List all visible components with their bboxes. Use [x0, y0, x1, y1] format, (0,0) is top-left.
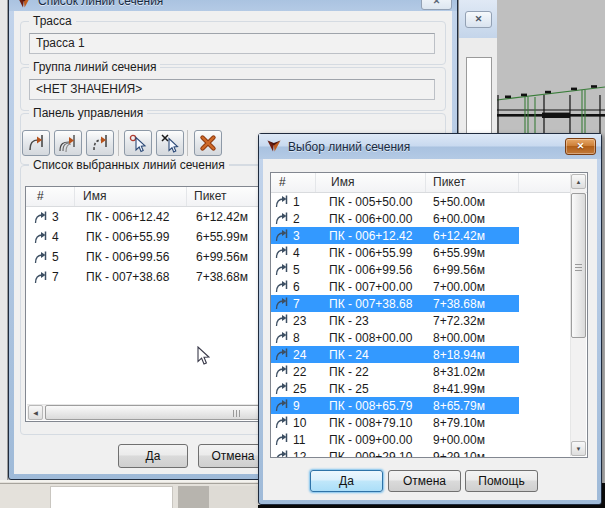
- column-header-num[interactable]: #: [271, 173, 316, 192]
- list-item[interactable]: 7ПК - 007+38.687+38.68м: [271, 295, 570, 312]
- column-header-piket[interactable]: Пикет: [426, 173, 519, 192]
- toolbar-button-select-with-cursor[interactable]: [124, 130, 152, 156]
- column-header-num[interactable]: #: [26, 187, 75, 206]
- row-name: ПК - 22: [325, 365, 433, 379]
- row-name: ПК - 007+00.00: [325, 280, 433, 294]
- list-item[interactable]: 24ПК - 248+18.94м: [271, 346, 570, 363]
- list-item[interactable]: 22ПК - 228+31.02м: [271, 363, 570, 380]
- list-item[interactable]: 25ПК - 258+41.99м: [271, 380, 570, 397]
- row-name: ПК - 25: [325, 382, 433, 396]
- column-header-name[interactable]: Имя: [75, 187, 187, 206]
- close-icon[interactable]: ✕: [465, 11, 492, 28]
- row-piket: 7+38.68м: [433, 297, 519, 311]
- section-line-icon: [275, 280, 289, 293]
- row-name: ПК - 006+99.56: [325, 263, 433, 277]
- row-piket: 6+12.42м: [433, 229, 519, 243]
- list-item[interactable]: 9ПК - 008+65.798+65.79м: [271, 397, 570, 414]
- row-piket: 8+00.00м: [433, 331, 519, 345]
- list-item[interactable]: 1ПК - 005+50.005+50.00м: [271, 193, 570, 210]
- list-item[interactable]: 10ПК - 008+79.108+79.10м: [271, 414, 570, 431]
- row-name: ПК - 006+12.42: [78, 210, 188, 224]
- list-item[interactable]: 3ПК - 006+12.426+12.42м: [271, 227, 570, 244]
- row-piket: 8+31.02м: [433, 365, 519, 379]
- select-with-cursor-icon: [128, 133, 148, 153]
- toolbar-button-section-line-multiple[interactable]: [54, 130, 82, 156]
- section-line-multiple-icon: [58, 133, 78, 153]
- section-line-icon: [275, 229, 289, 242]
- scroll-up-icon[interactable]: ▲: [571, 174, 586, 189]
- row-piket: 7+72.32м: [433, 314, 519, 328]
- row-name: ПК - 23: [325, 314, 433, 328]
- toolbar-button-section-line-single[interactable]: [22, 130, 50, 156]
- trassa-field[interactable]: Трасса 1: [29, 33, 435, 54]
- row-name: ПК - 006+55.99: [325, 246, 433, 260]
- list-item[interactable]: 2ПК - 006+00.006+00.00м: [271, 210, 570, 227]
- row-piket: 8+65.79м: [433, 399, 519, 413]
- row-name: ПК - 006+55.99: [78, 230, 188, 244]
- control-panel-label: Панель управления: [29, 106, 147, 120]
- command-area-block: [209, 486, 258, 508]
- scroll-down-icon[interactable]: ▼: [571, 441, 586, 456]
- row-piket: 6+00.00м: [433, 212, 519, 226]
- section-line-icon: [275, 399, 289, 412]
- list-item[interactable]: 5ПК - 006+99.566+99.56м: [271, 261, 570, 278]
- row-number: 23: [289, 314, 325, 328]
- section-line-icon: [34, 231, 48, 244]
- column-header-name[interactable]: Имя: [316, 173, 426, 192]
- dialog2-body: # Имя Пикет 1ПК - 005+50.005+50.00м2ПК -…: [263, 159, 597, 500]
- section-line-icon: [275, 246, 289, 259]
- trassa-group-label: Трасса: [29, 14, 76, 28]
- section-line-icon: [34, 251, 48, 264]
- section-group-label: Группа линий сечения: [29, 60, 160, 74]
- toolbar-button-section-line-dashed[interactable]: [86, 130, 114, 156]
- section-line-icon: [275, 212, 289, 225]
- section-line-icon: [275, 297, 289, 310]
- list-item[interactable]: 23ПК - 237+72.32м: [271, 312, 570, 329]
- toolbar-button-delete-section-line[interactable]: [194, 130, 222, 156]
- section-line-dashed-icon: [90, 133, 110, 153]
- section-line-icon: [275, 348, 289, 361]
- close-icon[interactable]: ✕: [421, 0, 452, 10]
- section-group-field[interactable]: <НЕТ ЗНАЧЕНИЯ>: [29, 79, 435, 100]
- row-number: 7: [289, 297, 325, 311]
- list-item[interactable]: 11ПК - 009+00.009+00.00м: [271, 431, 570, 448]
- ok-button[interactable]: Да: [118, 444, 188, 468]
- toolbar-separator: [187, 130, 188, 156]
- ok-button[interactable]: Да: [310, 470, 383, 492]
- row-name: ПК - 009+00.00: [325, 433, 433, 447]
- trassa-group: Трасса Трасса 1: [20, 21, 446, 65]
- section-line-icon: [275, 450, 289, 457]
- section-line-icon: [275, 382, 289, 395]
- dialog1-titlebar[interactable]: Список линий сечения ✕: [9, 0, 457, 11]
- section-group-group: Группа линий сечения <НЕТ ЗНАЧЕНИЯ>: [20, 67, 446, 111]
- row-number: 24: [289, 348, 325, 362]
- row-name: ПК - 007+38.68: [78, 270, 188, 284]
- vertical-scrollbar[interactable]: ▲ ▼: [570, 174, 586, 456]
- row-name: ПК - 005+50.00: [325, 195, 433, 209]
- row-name: ПК - 009+29.10: [325, 450, 433, 458]
- background-left-panel: [0, 0, 8, 480]
- list-item[interactable]: 4ПК - 006+55.996+55.99м: [271, 244, 570, 261]
- list-header: # Имя Пикет: [271, 173, 587, 193]
- section-line-icon: [275, 416, 289, 429]
- command-area-block: [178, 486, 209, 508]
- row-number: 4: [48, 230, 78, 244]
- close-icon[interactable]: ✕: [565, 138, 596, 155]
- list-item[interactable]: 6ПК - 007+00.007+00.00м: [271, 278, 570, 295]
- row-number: 7: [48, 270, 78, 284]
- row-piket: 5+50.00м: [433, 195, 519, 209]
- row-number: 22: [289, 365, 325, 379]
- help-button[interactable]: Помощь: [465, 470, 538, 492]
- list-item[interactable]: 12ПК - 009+29.109+29.10м: [271, 448, 570, 457]
- scroll-left-icon[interactable]: ◀: [28, 405, 43, 420]
- row-number: 1: [289, 195, 325, 209]
- list-item[interactable]: 8ПК - 008+00.008+00.00м: [271, 329, 570, 346]
- list-rows: 1ПК - 005+50.005+50.00м2ПК - 006+00.006+…: [271, 193, 570, 457]
- dialog2-titlebar[interactable]: Выбор линий сечения ✕: [259, 134, 601, 159]
- cad-profile-lines: [497, 0, 605, 140]
- row-piket: 7+00.00м: [433, 280, 519, 294]
- scrollbar-thumb[interactable]: [571, 193, 586, 338]
- toolbar-button-deselect-with-cursor[interactable]: [156, 130, 184, 156]
- cancel-button[interactable]: Отмена: [388, 470, 461, 492]
- section-lines-picker-dialog: Выбор линий сечения ✕ # Имя Пикет 1ПК - …: [258, 133, 602, 505]
